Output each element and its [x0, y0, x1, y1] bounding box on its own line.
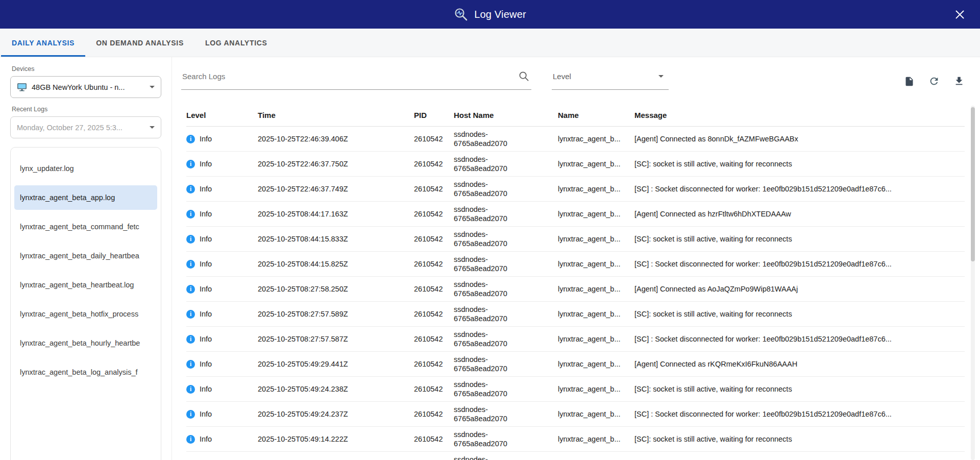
recent-logs-select[interactable]: Monday, October 27, 2025 5:3...	[10, 116, 161, 138]
log-viewer-logo-icon	[454, 7, 468, 21]
log-table: Level Time PID Host Name Name Message In…	[186, 98, 965, 460]
name-cell: lynxtrac_agent_b...	[558, 160, 634, 168]
info-icon	[186, 435, 195, 444]
level-cell: Info	[186, 160, 258, 168]
pid-cell: 2610542	[414, 185, 454, 193]
pid-cell: 2610542	[414, 285, 454, 293]
host-name-cell: ssdnodes-6765a8ead2070	[454, 455, 541, 460]
info-icon	[186, 410, 195, 419]
table-row: Info 2025-10-25T08:44:17.163Z 2610542 ss…	[186, 202, 965, 227]
host-name-cell: ssdnodes-6765a8ead2070	[454, 330, 541, 348]
log-file-item[interactable]: lynxtrac_agent_beta_command_fetc	[14, 214, 157, 239]
time-cell: 2025-10-25T08:27:57.589Z	[258, 310, 414, 318]
time-cell: 2025-10-25T08:44:17.163Z	[258, 210, 414, 218]
level-text: Info	[200, 435, 212, 443]
search-icon	[519, 71, 529, 82]
level-cell: Info	[186, 410, 258, 419]
log-file-item[interactable]: lynx_updater.log	[14, 156, 157, 181]
pid-cell: 2610542	[414, 360, 454, 368]
level-text: Info	[200, 360, 212, 368]
info-icon	[186, 185, 195, 193]
host-name-cell: ssdnodes-6765a8ead2070	[454, 405, 541, 423]
tab-daily-analysis[interactable]: DAILY ANALYSIS	[1, 29, 85, 57]
host-name-cell: ssdnodes-6765a8ead2070	[454, 280, 541, 298]
level-text: Info	[200, 235, 212, 243]
level-cell: Info	[186, 360, 258, 369]
level-text: Info	[200, 210, 212, 218]
column-header-time: Time	[258, 111, 414, 119]
host-name-cell: ssdnodes-6765a8ead2070	[454, 180, 541, 198]
level-cell: Info	[186, 285, 258, 294]
app-title: Log Viewer	[474, 9, 526, 20]
log-file-item[interactable]: lynxtrac_agent_beta_hourly_heartbe	[14, 331, 157, 355]
level-text: Info	[200, 410, 212, 418]
table-row: Info 2025-10-25T05:49:24.237Z 2610542 ss…	[186, 402, 965, 427]
time-cell: 2025-10-25T22:46:37.750Z	[258, 160, 414, 168]
refresh-icon	[928, 76, 940, 87]
host-name-cell: ssdnodes-6765a8ead2070	[454, 155, 541, 173]
tab-on-demand-analysis[interactable]: ON DEMAND ANALYSIS	[85, 29, 194, 57]
download-button[interactable]	[952, 75, 966, 88]
level-cell: Info	[186, 185, 258, 193]
level-cell: Info	[186, 210, 258, 219]
level-filter[interactable]: Level	[552, 67, 669, 90]
column-header-pid: PID	[414, 111, 454, 119]
info-icon	[186, 235, 195, 244]
time-cell: 2025-10-25T22:46:37.749Z	[258, 185, 414, 193]
pid-cell: 2610542	[414, 160, 454, 168]
log-file-item[interactable]: lynxtrac_agent_beta_app.log	[14, 185, 157, 210]
column-header-name: Name	[558, 111, 634, 119]
log-file-item[interactable]: lynxtrac_agent_beta_daily_heartbea	[14, 244, 157, 268]
message-cell: [Agent] Connected as hzrFtltw6hDhXTEDAAA…	[634, 210, 965, 218]
log-file-item[interactable]: lynxtrac_agent_beta_log_analysis_f	[14, 360, 157, 384]
main-area: Devices 48GB NewYork Ubuntu - n... Recen…	[0, 57, 980, 460]
info-icon	[186, 360, 195, 369]
level-cell: Info	[186, 135, 258, 143]
host-name-cell: ssdnodes-6765a8ead2070	[454, 130, 541, 148]
chevron-down-icon	[150, 126, 155, 129]
table-row: Info 2025-10-25T05:49:24.238Z 2610542 ss…	[186, 377, 965, 402]
close-icon	[955, 10, 965, 19]
name-cell: lynxtrac_agent_b...	[558, 285, 634, 293]
log-file-name: lynxtrac_agent_beta_hourly_heartbe	[20, 339, 140, 347]
info-icon	[186, 260, 195, 269]
name-cell: lynxtrac_agent_b...	[558, 185, 634, 193]
info-icon	[186, 210, 195, 219]
pid-cell: 2610542	[414, 410, 454, 418]
download-icon	[953, 76, 965, 87]
toolbar: Level	[172, 67, 980, 90]
refresh-button[interactable]	[927, 75, 941, 88]
log-file-list: lynx_updater.log lynxtrac_agent_beta_app…	[10, 147, 161, 460]
table-row: Info 2025-10-25T08:27:57.589Z 2610542 ss…	[186, 302, 965, 327]
log-file-item[interactable]: lynxtrac_agent_beta_heartbeat.log	[14, 273, 157, 297]
export-file-button[interactable]	[903, 75, 916, 88]
host-name-cell: ssdnodes-6765a8ead2070	[454, 355, 541, 373]
level-cell: Info	[186, 260, 258, 269]
log-file-item[interactable]: lynxtrac_agent_beta_hotfix_process	[14, 302, 157, 326]
pid-cell: 2610542	[414, 260, 454, 268]
level-text: Info	[200, 260, 212, 268]
level-text: Info	[200, 335, 212, 343]
level-text: Info	[200, 185, 212, 193]
message-cell: [SC]: socket is still active, waiting fo…	[634, 435, 965, 443]
column-header-message: Message	[634, 111, 965, 119]
time-cell: 2025-10-25T08:44:15.833Z	[258, 235, 414, 243]
log-file-name: lynxtrac_agent_beta_log_analysis_f	[20, 368, 138, 376]
level-cell: Info	[186, 310, 258, 319]
close-button[interactable]	[949, 0, 970, 29]
level-text: Info	[200, 135, 212, 143]
log-file-name: lynxtrac_agent_beta_heartbeat.log	[20, 281, 134, 289]
tab-log-analytics[interactable]: LOG ANALYTICS	[194, 29, 278, 57]
table-row: Info 2025-10-25T05:49:14.222Z 2610542 ss…	[186, 452, 965, 460]
scrollbar-thumb[interactable]	[971, 107, 975, 261]
search-input[interactable]	[181, 72, 519, 85]
log-file-name: lynxtrac_agent_beta_app.log	[20, 193, 115, 202]
device-select[interactable]: 48GB NewYork Ubuntu - n...	[10, 76, 161, 98]
sidebar: Devices 48GB NewYork Ubuntu - n... Recen…	[0, 57, 172, 460]
file-icon	[904, 76, 915, 87]
level-text: Info	[200, 385, 212, 393]
pid-cell: 2610542	[414, 435, 454, 443]
recent-logs-select-value: Monday, October 27, 2025 5:3...	[17, 124, 145, 132]
table-row: Info 2025-10-25T05:49:29.441Z 2610542 ss…	[186, 352, 965, 377]
table-row: Info 2025-10-25T22:46:39.406Z 2610542 ss…	[186, 127, 965, 152]
